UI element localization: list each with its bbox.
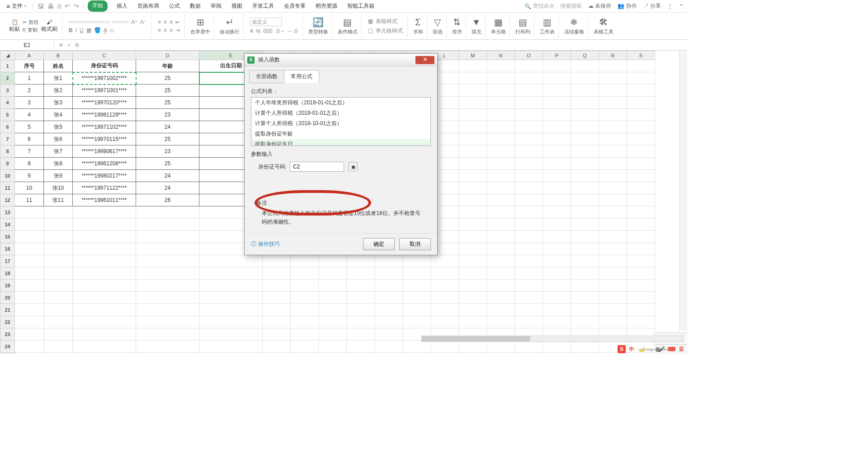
cell[interactable]: 张9 (44, 170, 73, 182)
row-header[interactable]: 15 (0, 231, 15, 243)
cell[interactable] (515, 194, 543, 206)
cell[interactable]: ******19961208**** (73, 158, 136, 170)
range-picker-button[interactable]: ▣ (349, 162, 358, 171)
cell[interactable] (347, 292, 375, 304)
cell[interactable] (599, 243, 627, 255)
cell[interactable] (627, 133, 655, 145)
cell[interactable] (515, 243, 543, 255)
cell[interactable] (73, 292, 136, 304)
cell[interactable] (543, 121, 571, 133)
cell[interactable] (73, 316, 136, 328)
col-header-M[interactable]: M (459, 51, 487, 60)
cell[interactable] (543, 219, 571, 231)
align-right-icon[interactable]: ≡ (170, 27, 173, 33)
cell[interactable] (73, 231, 136, 243)
cell[interactable] (44, 267, 73, 280)
indent-icon[interactable]: ⇤ (175, 19, 180, 25)
cell[interactable] (291, 304, 319, 316)
number-format-select[interactable]: 自定义 (250, 18, 282, 26)
col-header-Q[interactable]: Q (571, 51, 599, 60)
cell[interactable] (487, 109, 515, 121)
cell[interactable] (487, 145, 515, 158)
rowcol-button[interactable]: ▤行和列 (512, 14, 534, 38)
cut-button[interactable]: ✂剪切 (23, 19, 38, 26)
cell[interactable] (263, 341, 291, 353)
cell[interactable] (627, 316, 655, 328)
cell[interactable] (291, 328, 319, 341)
cell[interactable] (487, 231, 515, 243)
cell[interactable] (515, 280, 543, 292)
cell[interactable] (627, 292, 655, 304)
cell[interactable] (136, 304, 199, 316)
cell[interactable]: 张1 (44, 72, 73, 84)
right-sidebar[interactable] (679, 51, 687, 331)
redo-icon[interactable]: ↷ (74, 3, 79, 10)
row-header[interactable]: 9 (0, 158, 15, 170)
cell[interactable] (347, 316, 375, 328)
cell[interactable] (571, 280, 599, 292)
cell[interactable]: 年龄 (136, 60, 199, 72)
cell[interactable] (599, 316, 627, 328)
sogou-ime-icon[interactable]: S (618, 345, 626, 353)
cell[interactable] (44, 341, 73, 353)
cell[interactable] (431, 255, 459, 267)
cell[interactable] (599, 60, 627, 72)
col-header-O[interactable]: O (515, 51, 543, 60)
row-header[interactable]: 22 (0, 316, 15, 328)
cell[interactable]: ******19971102**** (73, 121, 136, 133)
cell[interactable] (73, 206, 136, 219)
cell[interactable] (15, 243, 44, 255)
cell[interactable] (571, 121, 599, 133)
cell[interactable] (543, 280, 571, 292)
type-convert-button[interactable]: 🔄类型转换 (305, 14, 332, 38)
cell[interactable] (571, 219, 599, 231)
cell[interactable]: 张5 (44, 121, 73, 133)
cell[interactable] (571, 158, 599, 170)
formula-input[interactable] (84, 44, 687, 46)
cell[interactable] (487, 133, 515, 145)
percent-icon[interactable]: % (256, 28, 261, 34)
cell[interactable] (136, 316, 199, 328)
cell[interactable] (403, 304, 431, 316)
cell[interactable] (515, 72, 543, 84)
cell[interactable]: 张4 (44, 109, 73, 121)
cell[interactable]: 24 (136, 170, 199, 182)
cell[interactable] (347, 255, 375, 267)
cell[interactable] (599, 304, 627, 316)
row-header[interactable]: 4 (0, 97, 15, 109)
cell[interactable] (543, 182, 571, 194)
cell[interactable]: 25 (136, 97, 199, 109)
cell[interactable] (15, 316, 44, 328)
cell[interactable] (459, 255, 487, 267)
tab-common-formulas[interactable]: 常用公式 (284, 70, 319, 83)
row-header[interactable]: 24 (0, 341, 15, 353)
cell[interactable]: 23 (136, 145, 199, 158)
cell[interactable] (543, 133, 571, 145)
cell[interactable]: 张2 (44, 84, 73, 97)
cell[interactable] (291, 267, 319, 280)
cell[interactable] (487, 206, 515, 219)
cell[interactable] (136, 280, 199, 292)
worksheet-button[interactable]: ▥工作表 (536, 14, 559, 38)
fx-icon[interactable]: fx (75, 42, 79, 48)
cell[interactable] (263, 267, 291, 280)
cell[interactable]: ******19980217**** (73, 170, 136, 182)
tab-resource[interactable]: 稻壳资源 (315, 0, 338, 12)
cell[interactable] (263, 292, 291, 304)
cell[interactable] (459, 121, 487, 133)
dec-decimal-icon[interactable]: ←.0 (288, 28, 297, 34)
cell[interactable] (375, 316, 403, 328)
cell[interactable]: 11 (15, 194, 44, 206)
cell[interactable] (291, 353, 319, 355)
cell[interactable] (487, 72, 515, 84)
cell[interactable] (403, 341, 431, 353)
cell[interactable] (627, 206, 655, 219)
row-header[interactable]: 20 (0, 292, 15, 304)
cell[interactable] (136, 341, 199, 353)
list-item[interactable]: 计算个人所得税（2019-01-01之后） (251, 108, 430, 118)
cell[interactable] (263, 353, 291, 355)
cell-button[interactable]: ▦单元格 (487, 14, 510, 38)
cell[interactable] (515, 206, 543, 219)
cell[interactable] (487, 255, 515, 267)
cell[interactable] (515, 170, 543, 182)
